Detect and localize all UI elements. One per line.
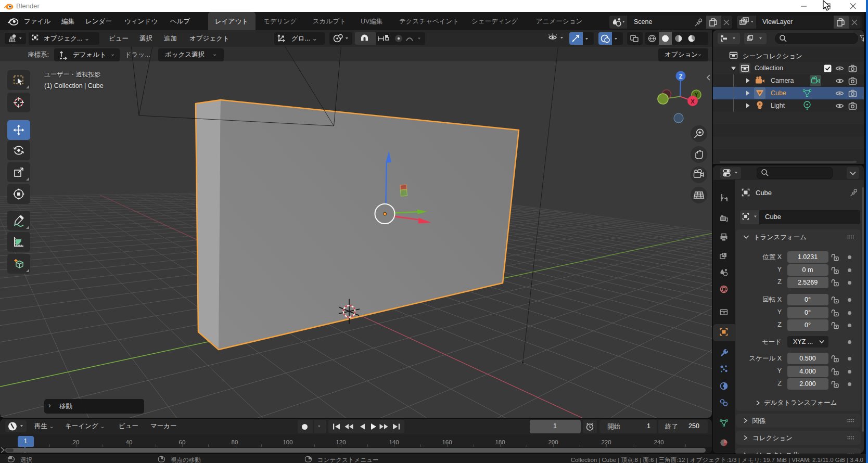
svg-text:Z: Z	[679, 73, 683, 80]
svg-text:X: X	[691, 98, 695, 105]
